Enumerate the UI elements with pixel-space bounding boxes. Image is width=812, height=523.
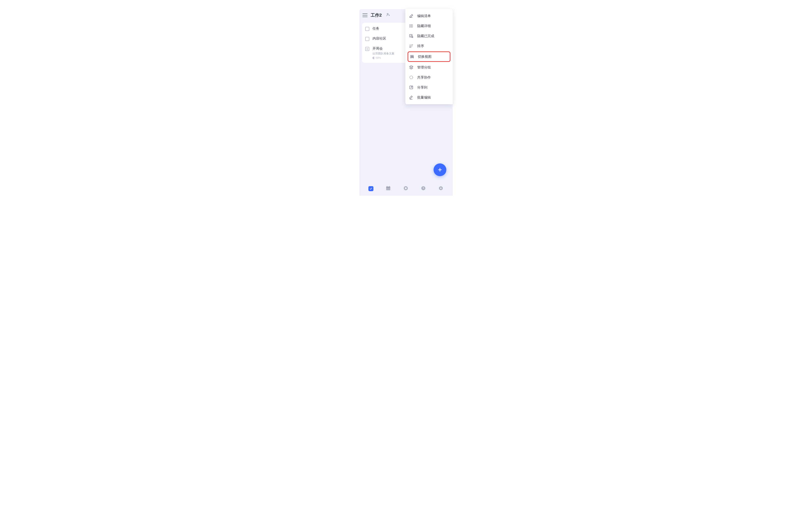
menu-manage-groups[interactable]: 管理分组 (405, 62, 453, 72)
multi-edit-icon (409, 95, 414, 100)
tab-settings[interactable] (438, 185, 444, 192)
menu-label: 共享协作 (417, 75, 431, 80)
menu-share-collab[interactable]: 共享协作 (405, 72, 453, 83)
svg-rect-13 (387, 186, 387, 187)
page-title: 工作2 (371, 12, 382, 18)
collaborator-icon[interactable] (386, 13, 391, 18)
svg-rect-12 (386, 187, 390, 188)
layers-icon (409, 65, 414, 70)
svg-point-0 (387, 14, 388, 15)
progress-label: 50% (376, 56, 381, 59)
check-filled-icon (368, 186, 374, 191)
menu-label: 管理分组 (417, 65, 431, 70)
menu-icon[interactable] (362, 14, 367, 17)
circle-dashed-icon (409, 75, 414, 80)
svg-rect-8 (413, 56, 414, 58)
note-icon[interactable] (365, 47, 369, 51)
context-menu: 编辑清单 隐藏详细 隐藏已完成 排序 切换视图 (405, 9, 453, 104)
tab-bar (359, 182, 453, 196)
checkbox-icon[interactable] (365, 37, 369, 41)
svg-rect-6 (411, 56, 411, 58)
tab-focus[interactable] (403, 185, 409, 192)
menu-label: 隐藏详细 (417, 24, 431, 28)
svg-rect-14 (389, 186, 390, 187)
svg-point-1 (410, 24, 410, 25)
menu-label: 分享到 (417, 85, 428, 90)
menu-label: 隐藏已完成 (417, 34, 434, 38)
menu-hide-details[interactable]: 隐藏详细 (405, 21, 453, 31)
svg-point-18 (440, 187, 442, 189)
list-icon (409, 24, 414, 28)
app-frame: 工作2 任务 内容社区 开周会 运营团队准备文案 (359, 9, 453, 196)
menu-label: 切换视图 (418, 55, 432, 59)
share-icon (409, 85, 414, 90)
menu-switch-view[interactable]: 切换视图 (408, 51, 450, 62)
svg-point-16 (405, 187, 407, 189)
columns-icon (410, 54, 414, 59)
check-done-icon (409, 34, 414, 38)
checkbox-icon[interactable] (365, 27, 369, 31)
tab-tasks[interactable] (368, 186, 374, 191)
svg-point-2 (410, 26, 410, 26)
menu-label: 排序 (417, 44, 424, 48)
add-button[interactable] (434, 163, 446, 176)
menu-batch-edit[interactable]: 批量编辑 (405, 92, 453, 103)
menu-edit-list[interactable]: 编辑清单 (405, 11, 453, 21)
svg-point-9 (410, 76, 413, 79)
tab-calendar[interactable] (385, 185, 391, 192)
edit-icon (409, 14, 414, 18)
tab-habits[interactable] (420, 185, 426, 192)
menu-sort[interactable]: 排序 (405, 41, 453, 51)
menu-hide-completed[interactable]: 隐藏已完成 (405, 31, 453, 41)
svg-point-3 (410, 27, 410, 27)
menu-label: 编辑清单 (417, 14, 431, 18)
progress-icon (373, 57, 375, 59)
menu-share-to[interactable]: 分享到 (405, 83, 453, 92)
svg-point-5 (412, 37, 413, 38)
svg-rect-7 (412, 56, 412, 58)
sort-icon (409, 44, 414, 48)
menu-label: 批量编辑 (417, 95, 431, 100)
